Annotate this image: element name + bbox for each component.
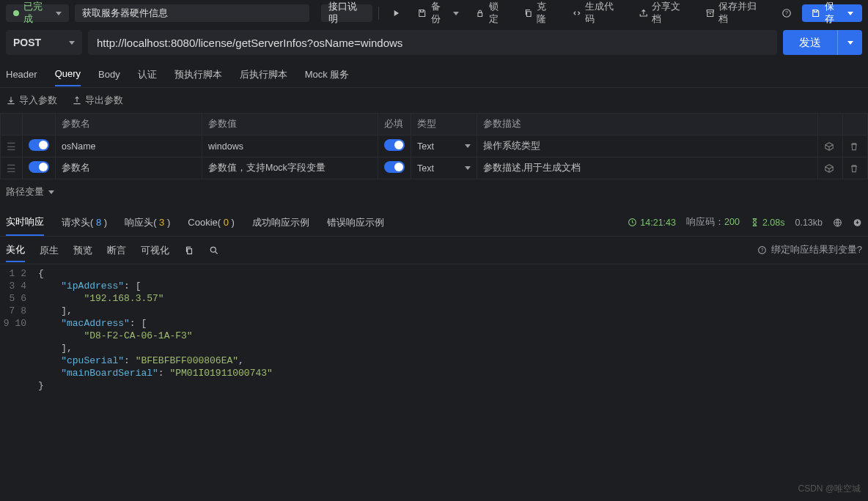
chevron-down-icon (56, 12, 62, 15)
save-archive-button[interactable]: 保存并归档 (699, 4, 771, 22)
import-params-button[interactable]: 导入参数 (6, 94, 57, 107)
status-label: 已完成 (23, 1, 51, 26)
tab-mock[interactable]: Mock 服务 (305, 62, 350, 87)
search-button[interactable] (209, 241, 219, 260)
top-toolbar: 已完成 获取服务器硬件信息 接口说明 备份 锁定 克隆 生成代码 (0, 3, 868, 23)
tab-raw[interactable]: 原生 (40, 240, 59, 261)
method-dropdown[interactable]: POST (6, 30, 82, 55)
play-icon (391, 8, 401, 18)
drag-handle-icon[interactable]: ☰ (7, 141, 16, 152)
api-desc-button[interactable]: 接口说明 (321, 4, 373, 22)
tab-body[interactable]: Body (98, 63, 120, 86)
line-gutter: 1 2 3 4 5 6 7 8 9 10 (0, 264, 34, 462)
insert-button[interactable] (818, 157, 843, 179)
param-value-input[interactable]: windows (202, 136, 378, 157)
watermark: CSDN @唯空城 (798, 483, 861, 495)
url-input[interactable]: http://localhost:8080/license/getServerI… (88, 30, 777, 55)
table-header-row: 参数名 参数值 必填 类型 参数描述 (1, 114, 868, 136)
response-tabs: 实时响应 请求头( 8 ) 响应头( 3 ) Cookie( 0 ) 成功响应示… (0, 209, 868, 237)
gen-code-button[interactable]: 生成代码 (566, 4, 628, 22)
share-button[interactable]: 分享文档 (633, 4, 695, 22)
tab-realtime-response[interactable]: 实时响应 (6, 209, 44, 236)
chevron-down-icon (465, 144, 471, 148)
drag-handle-icon[interactable]: ☰ (7, 163, 16, 174)
import-export-row: 导入参数 导出参数 (0, 88, 868, 113)
trash-icon (849, 163, 859, 174)
trash-icon (849, 141, 859, 152)
bind-variable-link[interactable]: ? 绑定响应结果到变量? (757, 244, 862, 256)
param-value-input[interactable]: 参数值，支持Mock字段变量 (202, 157, 378, 179)
request-bar: POST http://localhost:8080/license/getSe… (0, 28, 868, 57)
request-tabs: Header Query Body 认证 预执行脚本 后执行脚本 Mock 服务 (0, 62, 868, 88)
import-icon (6, 95, 16, 105)
status-dot-icon (13, 10, 19, 16)
status-badge[interactable]: 已完成 (6, 4, 69, 22)
required-toggle[interactable] (384, 161, 405, 173)
insert-button[interactable] (818, 136, 843, 157)
tab-success-example[interactable]: 成功响应示例 (252, 210, 309, 235)
tab-pretty[interactable]: 美化 (6, 239, 25, 262)
tab-response-headers[interactable]: 响应头( 3 ) (125, 210, 170, 235)
tab-query[interactable]: Query (55, 62, 81, 86)
param-name-input[interactable]: 参数名 (56, 157, 202, 179)
archive-icon (705, 8, 716, 18)
tab-header[interactable]: Header (6, 63, 37, 86)
param-type-select[interactable]: Text (411, 157, 477, 179)
download-icon[interactable] (853, 218, 862, 227)
clone-icon (523, 8, 534, 18)
box-icon (824, 141, 834, 152)
export-icon (72, 95, 82, 105)
send-button[interactable]: 发送 (783, 30, 862, 55)
tab-pre-script[interactable]: 预执行脚本 (174, 62, 222, 87)
lock-button[interactable]: 锁定 (469, 4, 513, 22)
copy-icon (184, 245, 194, 256)
clone-button[interactable]: 克隆 (518, 4, 562, 22)
run-button[interactable] (385, 4, 407, 22)
copy-button[interactable] (184, 241, 194, 260)
globe-icon[interactable] (833, 218, 842, 227)
delete-button[interactable] (843, 157, 868, 179)
tab-auth[interactable]: 认证 (138, 62, 157, 87)
search-icon (209, 245, 219, 256)
response-editor[interactable]: 1 2 3 4 5 6 7 8 9 10 { "ipAddress": [ "1… (0, 264, 868, 462)
chevron-down-icon (465, 166, 471, 170)
chevron-down-icon (69, 41, 75, 45)
code-icon (572, 8, 582, 18)
chevron-down-icon (48, 190, 54, 194)
enable-toggle[interactable] (29, 139, 49, 151)
help-button[interactable]: ? (776, 4, 798, 22)
param-name-input[interactable]: osName (56, 136, 202, 157)
tab-post-script[interactable]: 后执行脚本 (240, 62, 287, 87)
export-params-button[interactable]: 导出参数 (72, 94, 123, 107)
response-elapsed: 2.08s (750, 218, 785, 228)
tab-error-example[interactable]: 错误响应示例 (327, 210, 384, 235)
tab-visualize[interactable]: 可视化 (141, 240, 169, 261)
backup-button[interactable]: 备份 (411, 4, 464, 22)
help-icon: ? (757, 245, 767, 255)
param-desc-input[interactable]: 操作系统类型 (477, 136, 818, 157)
save-icon (417, 8, 427, 18)
enable-toggle[interactable] (29, 161, 49, 173)
body-subtabs: 美化 原生 预览 断言 可视化 ? 绑定响应结果到变量? (0, 237, 868, 264)
delete-button[interactable] (843, 136, 868, 157)
tab-preview[interactable]: 预览 (73, 240, 92, 261)
tab-assert[interactable]: 断言 (107, 240, 126, 261)
api-name-input[interactable]: 获取服务器硬件信息 (75, 4, 309, 22)
tab-request-headers[interactable]: 请求头( 8 ) (62, 210, 107, 235)
svg-text:?: ? (761, 248, 764, 253)
svg-text:?: ? (785, 10, 788, 15)
lock-icon (475, 8, 485, 18)
code-content: { "ipAddress": [ "192.168.3.57" ], "macA… (34, 264, 273, 462)
send-dropdown[interactable] (837, 30, 862, 55)
table-row: ☰ osName windows Text 操作系统类型 (1, 136, 868, 157)
tab-cookie[interactable]: Cookie( 0 ) (188, 211, 235, 234)
param-type-select[interactable]: Text (411, 136, 477, 157)
required-toggle[interactable] (384, 139, 405, 151)
share-icon (639, 8, 649, 18)
save-button[interactable]: 保存 (802, 4, 862, 22)
path-variables-toggle[interactable]: 路径变量 (0, 179, 868, 204)
param-desc-input[interactable]: 参数描述,用于生成文档 (477, 157, 818, 179)
svg-point-5 (210, 247, 216, 252)
response-meta: 14:21:43 响应码：200 2.08s 0.13kb (628, 216, 862, 229)
response-size: 0.13kb (795, 218, 823, 228)
